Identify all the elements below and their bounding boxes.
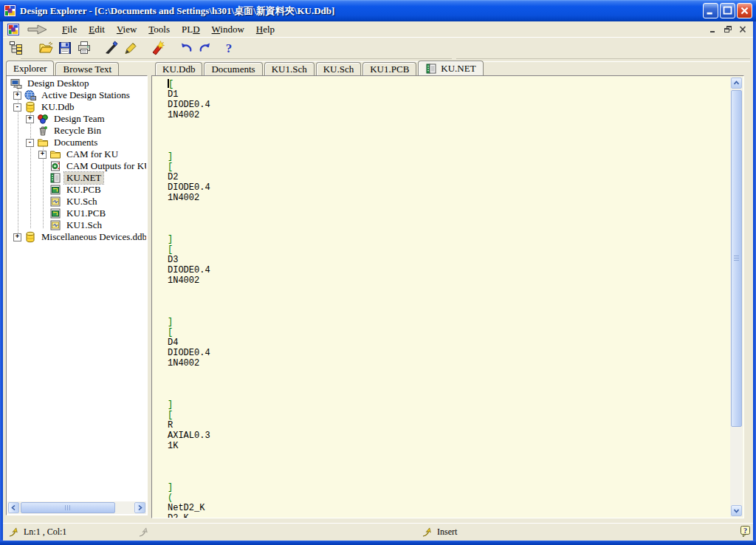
- editor-line: D2: [168, 172, 730, 182]
- protel-logo-icon[interactable]: [7, 24, 19, 35]
- stations-icon: [24, 89, 36, 101]
- design-explorer-window: Design Explorer - [C:\Documents and Sett…: [0, 0, 756, 545]
- expand-box[interactable]: +: [26, 115, 34, 123]
- maximize-button[interactable]: [720, 3, 735, 18]
- pcb-icon: [49, 208, 61, 219]
- design-tree: Design Desktop+Active Design Stations-KU…: [7, 78, 146, 500]
- editor-line: [168, 203, 730, 213]
- scroll-right-button[interactable]: [134, 502, 145, 513]
- tree-item-label: Miscellaneous Devices.ddb: [39, 231, 146, 243]
- open-document-button[interactable]: [36, 38, 55, 57]
- menu-window[interactable]: Window: [206, 22, 250, 37]
- toggle-explorer-button[interactable]: [7, 38, 26, 57]
- folder-icon: [37, 137, 49, 148]
- menu-edit[interactable]: Edit: [83, 22, 111, 37]
- tree-item-ku-sch[interactable]: KU.Sch: [7, 196, 146, 208]
- editor-line: [168, 451, 730, 462]
- save-document-button[interactable]: [55, 38, 75, 57]
- expand-box[interactable]: +: [38, 151, 47, 159]
- tree-item-ku-pcb[interactable]: KU.PCB: [7, 184, 146, 196]
- tab-label: KU.Sch: [323, 64, 354, 75]
- knife-icon: [103, 41, 118, 55]
- paste-button[interactable]: [120, 38, 140, 57]
- doc-tab-ku1-pcb[interactable]: KU1.PCB: [362, 62, 416, 75]
- tree-item-ku-ddb[interactable]: -KU.Ddb: [7, 101, 146, 113]
- editor-line: ]: [168, 151, 730, 162]
- child-close-button[interactable]: [736, 24, 749, 35]
- tree-item-documents[interactable]: -Documents: [7, 137, 146, 148]
- tree-item-label: Design Team: [52, 113, 107, 125]
- editor-line: [168, 379, 730, 389]
- menu-help[interactable]: Help: [250, 22, 281, 37]
- tree-item-design-desktop[interactable]: Design Desktop: [7, 78, 146, 89]
- menu-bar: FileEditViewToolsPLDWindowHelp: [3, 21, 753, 38]
- scroll-left-button[interactable]: [8, 502, 19, 513]
- explorer-tab-strip: ExplorerBrowse Text: [6, 61, 120, 75]
- tree-item-design-team[interactable]: +Design Team: [7, 113, 146, 125]
- editor-line: [168, 306, 730, 317]
- tree-scroll-thumb[interactable]: [21, 502, 115, 513]
- editor-line: [: [168, 244, 730, 255]
- run-macro-button[interactable]: [148, 38, 168, 57]
- editor-line: [168, 213, 730, 224]
- print-document-button[interactable]: [75, 38, 94, 57]
- text-editor[interactable]: [D1DIODE0.41N4002][D2DIODE0.41N4002][D3D…: [152, 76, 730, 518]
- minimize-button[interactable]: [703, 3, 718, 18]
- tree-item-active-design-stations[interactable]: +Active Design Stations: [7, 89, 146, 101]
- editor-line: 1N4002: [168, 358, 730, 369]
- tab-label: Explorer: [13, 63, 47, 75]
- editor-vertical-scrollbar[interactable]: [730, 77, 743, 517]
- menu-pld[interactable]: PLD: [176, 22, 206, 37]
- doc-tab-documents[interactable]: Documents: [204, 62, 262, 75]
- tree-item-ku1-pcb[interactable]: KU1.PCB: [7, 208, 146, 219]
- tree-horizontal-scrollbar[interactable]: [7, 501, 146, 514]
- tree-item-miscellaneous-devices-ddb[interactable]: +Miscellaneous Devices.ddb: [7, 231, 146, 243]
- tab-label: Browse Text: [63, 64, 111, 75]
- help-button[interactable]: ?: [219, 38, 238, 57]
- cut-button[interactable]: [101, 38, 120, 57]
- tree-item-label: Recycle Bin: [52, 125, 103, 137]
- child-minimize-button[interactable]: [707, 24, 719, 35]
- help-balloon-icon[interactable]: ?: [739, 525, 752, 538]
- doc-tab-ku1-sch[interactable]: KU1.Sch: [264, 62, 315, 75]
- tree-item-recycle-bin[interactable]: Recycle Bin: [7, 125, 146, 137]
- collapse-box[interactable]: -: [26, 139, 34, 147]
- tab-label: KU.Ddb: [162, 64, 195, 75]
- editor-line: 1N4002: [168, 110, 730, 120]
- collapse-box[interactable]: -: [13, 103, 21, 112]
- folder-icon: [49, 148, 61, 160]
- database-icon: [24, 101, 36, 113]
- tab-label: KU.NET: [441, 63, 475, 75]
- menu-view[interactable]: View: [111, 22, 142, 37]
- title-bar: Design Explorer - [C:\Documents and Sett…: [0, 0, 756, 21]
- cursor-position: Ln:1 , Col:1: [24, 527, 66, 538]
- expand-box[interactable]: +: [13, 233, 21, 241]
- menu-arrow-icon[interactable]: [27, 24, 49, 35]
- tree-item-cam-for-ku[interactable]: +CAM for KU: [7, 148, 146, 160]
- minimize-glyph-icon: [704, 4, 718, 18]
- tree-item-label: CAM for KU: [64, 148, 120, 160]
- editor-line: D1: [168, 89, 730, 100]
- doc-tab-ku-sch[interactable]: KU.Sch: [316, 62, 362, 75]
- editor-line: DIODE0.4: [168, 348, 730, 358]
- scroll-up-button[interactable]: [731, 78, 742, 89]
- doc-tab-ku-net[interactable]: KU.NET: [418, 61, 483, 75]
- editor-line: ]: [168, 482, 730, 493]
- menu-file[interactable]: File: [56, 22, 83, 37]
- doc-tab-ku-ddb[interactable]: KU.Ddb: [155, 62, 202, 75]
- editor-scroll-thumb[interactable]: [731, 90, 742, 427]
- tree-item-ku-net[interactable]: KU.NET: [7, 172, 146, 184]
- undo-icon: [179, 41, 193, 55]
- tab-explorer[interactable]: Explorer: [6, 61, 54, 75]
- tab-browse-text[interactable]: Browse Text: [55, 62, 119, 75]
- scroll-down-button[interactable]: [731, 505, 742, 516]
- expand-box[interactable]: +: [13, 92, 21, 100]
- redo-button[interactable]: [196, 38, 215, 57]
- menu-tools[interactable]: Tools: [142, 22, 176, 37]
- close-button[interactable]: [737, 3, 752, 18]
- child-restore-button[interactable]: [721, 24, 734, 35]
- explorer-panel: Design Desktop+Active Design Stations-KU…: [6, 75, 148, 515]
- tree-item-ku1-sch[interactable]: KU1.Sch: [7, 219, 146, 231]
- tree-item-cam-outputs-for-ku[interactable]: CAM Outputs for KU: [7, 160, 146, 172]
- undo-button[interactable]: [176, 38, 196, 57]
